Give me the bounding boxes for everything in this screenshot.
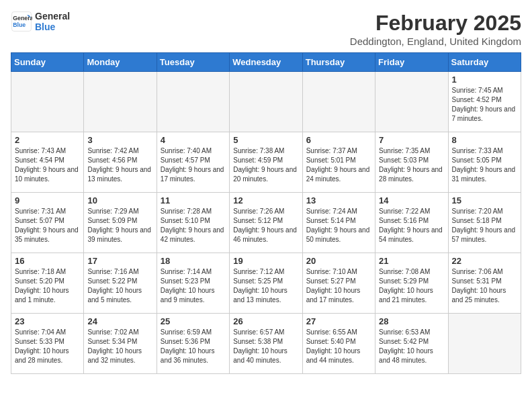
logo-line1: General xyxy=(35,11,70,21)
weekday-header: Saturday xyxy=(448,53,521,72)
day-info: Sunrise: 7:12 AM Sunset: 5:25 PM Dayligh… xyxy=(233,267,298,305)
day-number: 28 xyxy=(379,316,444,326)
calendar-cell: 15Sunrise: 7:20 AM Sunset: 5:18 PM Dayli… xyxy=(448,193,521,253)
day-number: 10 xyxy=(87,195,152,205)
day-info: Sunrise: 6:57 AM Sunset: 5:38 PM Dayligh… xyxy=(233,328,298,365)
day-info: Sunrise: 7:37 AM Sunset: 5:01 PM Dayligh… xyxy=(306,146,371,184)
calendar-cell: 26Sunrise: 6:57 AM Sunset: 5:38 PM Dayli… xyxy=(230,314,302,374)
calendar-cell xyxy=(230,72,302,132)
calendar-cell: 3Sunrise: 7:42 AM Sunset: 4:56 PM Daylig… xyxy=(84,132,157,193)
weekday-header-row: SundayMondayTuesdayWednesdayThursdayFrid… xyxy=(11,53,521,72)
calendar-cell: 22Sunrise: 7:06 AM Sunset: 5:31 PM Dayli… xyxy=(448,253,521,314)
day-number: 5 xyxy=(233,135,298,145)
day-info: Sunrise: 7:40 AM Sunset: 4:57 PM Dayligh… xyxy=(161,146,226,184)
day-info: Sunrise: 7:42 AM Sunset: 4:56 PM Dayligh… xyxy=(87,146,152,184)
day-number: 25 xyxy=(161,316,226,326)
calendar-cell: 18Sunrise: 7:14 AM Sunset: 5:23 PM Dayli… xyxy=(157,253,229,314)
day-info: Sunrise: 7:28 AM Sunset: 5:10 PM Dayligh… xyxy=(161,207,226,244)
day-info: Sunrise: 7:04 AM Sunset: 5:33 PM Dayligh… xyxy=(15,328,80,365)
day-info: Sunrise: 7:26 AM Sunset: 5:12 PM Dayligh… xyxy=(233,207,298,244)
week-row: 16Sunrise: 7:18 AM Sunset: 5:20 PM Dayli… xyxy=(11,253,521,314)
calendar-cell: 14Sunrise: 7:22 AM Sunset: 5:16 PM Dayli… xyxy=(375,193,448,253)
day-info: Sunrise: 6:59 AM Sunset: 5:36 PM Dayligh… xyxy=(161,328,226,365)
day-info: Sunrise: 7:16 AM Sunset: 5:22 PM Dayligh… xyxy=(87,267,152,305)
day-number: 13 xyxy=(306,195,371,205)
day-info: Sunrise: 7:43 AM Sunset: 4:54 PM Dayligh… xyxy=(15,146,80,184)
calendar-cell xyxy=(302,72,375,132)
day-info: Sunrise: 7:24 AM Sunset: 5:14 PM Dayligh… xyxy=(306,207,371,244)
calendar-cell xyxy=(11,72,84,132)
day-number: 18 xyxy=(161,256,226,266)
calendar-cell: 21Sunrise: 7:08 AM Sunset: 5:29 PM Dayli… xyxy=(375,253,448,314)
day-number: 7 xyxy=(379,135,444,145)
day-number: 1 xyxy=(452,75,517,85)
calendar-cell: 13Sunrise: 7:24 AM Sunset: 5:14 PM Dayli… xyxy=(302,193,375,253)
weekday-header: Friday xyxy=(375,53,448,72)
calendar-cell: 11Sunrise: 7:28 AM Sunset: 5:10 PM Dayli… xyxy=(157,193,229,253)
calendar: SundayMondayTuesdayWednesdayThursdayFrid… xyxy=(11,52,521,374)
day-number: 14 xyxy=(379,195,444,205)
day-number: 15 xyxy=(452,195,517,205)
calendar-cell: 9Sunrise: 7:31 AM Sunset: 5:07 PM Daylig… xyxy=(11,193,84,253)
day-number: 8 xyxy=(452,135,517,145)
calendar-cell xyxy=(448,314,521,374)
calendar-cell: 1Sunrise: 7:45 AM Sunset: 4:52 PM Daylig… xyxy=(448,72,521,132)
day-info: Sunrise: 7:38 AM Sunset: 4:59 PM Dayligh… xyxy=(233,146,298,184)
day-info: Sunrise: 7:29 AM Sunset: 5:09 PM Dayligh… xyxy=(87,207,152,244)
day-number: 11 xyxy=(161,195,226,205)
day-info: Sunrise: 7:20 AM Sunset: 5:18 PM Dayligh… xyxy=(452,207,517,244)
title-block: February 2025 Deddington, England, Unite… xyxy=(350,11,521,47)
weekday-header: Thursday xyxy=(302,53,375,72)
calendar-cell: 19Sunrise: 7:12 AM Sunset: 5:25 PM Dayli… xyxy=(230,253,302,314)
calendar-cell: 27Sunrise: 6:55 AM Sunset: 5:40 PM Dayli… xyxy=(302,314,375,374)
calendar-cell: 28Sunrise: 6:53 AM Sunset: 5:42 PM Dayli… xyxy=(375,314,448,374)
calendar-cell: 25Sunrise: 6:59 AM Sunset: 5:36 PM Dayli… xyxy=(157,314,229,374)
day-number: 26 xyxy=(233,316,298,326)
day-number: 3 xyxy=(87,135,152,145)
day-number: 9 xyxy=(15,195,80,205)
calendar-cell xyxy=(84,72,157,132)
day-info: Sunrise: 6:55 AM Sunset: 5:40 PM Dayligh… xyxy=(306,328,371,365)
location: Deddington, England, United Kingdom xyxy=(350,36,521,47)
calendar-cell: 4Sunrise: 7:40 AM Sunset: 4:57 PM Daylig… xyxy=(157,132,229,193)
day-number: 24 xyxy=(87,316,152,326)
day-number: 4 xyxy=(161,135,226,145)
day-number: 16 xyxy=(15,256,80,266)
calendar-cell: 17Sunrise: 7:16 AM Sunset: 5:22 PM Dayli… xyxy=(84,253,157,314)
weekday-header: Sunday xyxy=(11,53,84,72)
day-info: Sunrise: 7:45 AM Sunset: 4:52 PM Dayligh… xyxy=(452,86,517,124)
day-number: 27 xyxy=(306,316,371,326)
logo: General Blue General Blue xyxy=(11,11,70,32)
page-header: General Blue General Blue February 2025 … xyxy=(11,11,521,47)
logo-line2: Blue xyxy=(35,21,70,32)
day-info: Sunrise: 7:06 AM Sunset: 5:31 PM Dayligh… xyxy=(452,267,517,305)
calendar-cell: 5Sunrise: 7:38 AM Sunset: 4:59 PM Daylig… xyxy=(230,132,302,193)
day-info: Sunrise: 7:33 AM Sunset: 5:05 PM Dayligh… xyxy=(452,146,517,184)
week-row: 1Sunrise: 7:45 AM Sunset: 4:52 PM Daylig… xyxy=(11,72,521,132)
weekday-header: Wednesday xyxy=(230,53,302,72)
calendar-cell: 10Sunrise: 7:29 AM Sunset: 5:09 PM Dayli… xyxy=(84,193,157,253)
svg-text:Blue: Blue xyxy=(13,21,26,28)
day-number: 2 xyxy=(15,135,80,145)
day-info: Sunrise: 7:14 AM Sunset: 5:23 PM Dayligh… xyxy=(161,267,226,305)
day-info: Sunrise: 7:22 AM Sunset: 5:16 PM Dayligh… xyxy=(379,207,444,244)
calendar-cell: 12Sunrise: 7:26 AM Sunset: 5:12 PM Dayli… xyxy=(230,193,302,253)
calendar-cell: 6Sunrise: 7:37 AM Sunset: 5:01 PM Daylig… xyxy=(302,132,375,193)
day-number: 19 xyxy=(233,256,298,266)
day-info: Sunrise: 7:31 AM Sunset: 5:07 PM Dayligh… xyxy=(15,207,80,244)
day-number: 20 xyxy=(306,256,371,266)
day-number: 21 xyxy=(379,256,444,266)
calendar-cell: 20Sunrise: 7:10 AM Sunset: 5:27 PM Dayli… xyxy=(302,253,375,314)
week-row: 9Sunrise: 7:31 AM Sunset: 5:07 PM Daylig… xyxy=(11,193,521,253)
weekday-header: Tuesday xyxy=(157,53,229,72)
day-info: Sunrise: 7:10 AM Sunset: 5:27 PM Dayligh… xyxy=(306,267,371,305)
day-number: 23 xyxy=(15,316,80,326)
calendar-cell: 8Sunrise: 7:33 AM Sunset: 5:05 PM Daylig… xyxy=(448,132,521,193)
day-info: Sunrise: 7:08 AM Sunset: 5:29 PM Dayligh… xyxy=(379,267,444,305)
day-number: 12 xyxy=(233,195,298,205)
day-info: Sunrise: 7:18 AM Sunset: 5:20 PM Dayligh… xyxy=(15,267,80,305)
day-info: Sunrise: 6:53 AM Sunset: 5:42 PM Dayligh… xyxy=(379,328,444,365)
calendar-cell xyxy=(375,72,448,132)
calendar-cell: 2Sunrise: 7:43 AM Sunset: 4:54 PM Daylig… xyxy=(11,132,84,193)
day-info: Sunrise: 7:35 AM Sunset: 5:03 PM Dayligh… xyxy=(379,146,444,184)
